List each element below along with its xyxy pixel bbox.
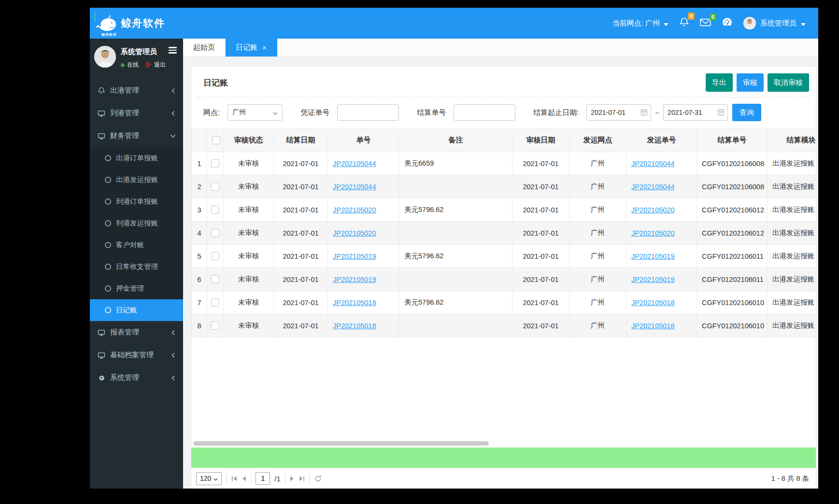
row-checkbox[interactable] — [211, 182, 219, 191]
cell-ship_no: JP202105018 — [626, 314, 697, 337]
select-all-checkbox[interactable] — [212, 136, 220, 144]
last-page-button[interactable] — [299, 476, 305, 482]
sidebar-toggle-button[interactable] — [169, 45, 177, 55]
row-checkbox[interactable] — [211, 206, 219, 214]
cancel-audit-button[interactable]: 取消审核 — [768, 73, 809, 92]
doc_no-link[interactable]: JP202105044 — [333, 160, 376, 168]
ship_no-link[interactable]: JP202105018 — [631, 322, 675, 330]
dashboard-button[interactable] — [722, 17, 733, 30]
table-row: 3未审核2021-07-01JP202105020美元5796.622021-0… — [192, 198, 816, 222]
cell-audit_date: 2021-07-01 — [512, 268, 569, 291]
sidebar-subitem-journal[interactable]: 日记账 — [90, 299, 183, 321]
notifications-button[interactable]: 0 — [679, 17, 689, 29]
cell-module: 出港发运报账 — [768, 245, 816, 268]
sidebar-avatar — [94, 46, 116, 68]
cell-settle_date: 2021-07-01 — [274, 152, 328, 175]
doc_no-link[interactable]: JP202105044 — [333, 183, 376, 191]
sidebar-item-report-management[interactable]: 报表管理 — [90, 321, 183, 344]
horizontal-scrollbar[interactable] — [192, 441, 814, 446]
prev-page-button[interactable] — [242, 476, 246, 482]
sidebar-subitem-outbound-shipping-billing[interactable]: 出港发运报账 — [90, 169, 183, 191]
messages-button[interactable]: 0 — [700, 18, 711, 29]
first-page-button[interactable] — [231, 476, 238, 482]
current-site-switcher[interactable]: 当前网点: 广州 — [612, 19, 668, 28]
ship_no-link[interactable]: JP202105019 — [631, 276, 675, 283]
sidebar-subitem-deposit-management[interactable]: 押金管理 — [90, 278, 183, 299]
doc_no-link[interactable]: JP202105020 — [333, 229, 376, 237]
settle-input[interactable] — [454, 104, 515, 121]
table-row: 4未审核2021-07-01JP2021050202021-07-01广州JP2… — [192, 222, 816, 245]
ship_no-link[interactable]: JP202105019 — [631, 252, 675, 260]
doc_no-link[interactable]: JP202105018 — [333, 322, 376, 330]
sidebar-subitem-customer-reconciliation[interactable]: 客户对账 — [90, 234, 183, 256]
cell-module: 出港发运报账 — [768, 175, 816, 198]
sidebar-subitem-outbound-order-billing[interactable]: 出港订单报账 — [90, 147, 183, 169]
cell-chk — [207, 175, 224, 198]
cell-status: 未审核 — [224, 152, 274, 175]
cell-settle_no: CGFY01202106008 — [697, 175, 768, 198]
doc_no-link[interactable]: JP202105020 — [333, 206, 376, 214]
sidebar-subitem-inbound-order-billing[interactable]: 到港订单报账 — [90, 191, 183, 212]
sidebar-item-outbound-management[interactable]: 出港管理 — [90, 79, 183, 102]
calendar-icon[interactable] — [640, 109, 648, 116]
close-icon[interactable]: × — [262, 44, 267, 51]
calendar-icon[interactable] — [717, 109, 725, 116]
sidebar-item-finance-management[interactable]: 财务管理 — [90, 125, 183, 147]
ship_no-link[interactable]: JP202105020 — [631, 206, 675, 214]
scrollbar-thumb[interactable] — [193, 441, 489, 446]
row-checkbox[interactable] — [211, 159, 219, 168]
cell-audit_date: 2021-07-01 — [512, 314, 569, 337]
doc_no-link[interactable]: JP202105019 — [333, 276, 376, 283]
record-range-label: 1 - 8 共 8 条 — [771, 474, 809, 483]
sidebar-item-base-archive-management[interactable]: 基础档案管理 — [90, 344, 183, 366]
cell-settle_no: CGFY01202106012 — [697, 222, 768, 245]
page-number-input[interactable] — [256, 472, 270, 485]
query-button[interactable]: 查询 — [732, 104, 761, 121]
export-button[interactable]: 导出 — [706, 73, 733, 92]
logout-link[interactable]: 退出 — [145, 61, 166, 69]
doc_no-link[interactable]: JP202105019 — [333, 252, 376, 260]
ship_no-link[interactable]: JP202105044 — [631, 183, 675, 191]
cell-ship_site: 广州 — [569, 314, 626, 337]
cell-ship_no: JP202105044 — [626, 175, 697, 198]
table-row: 7未审核2021-07-01JP202105018美元5796.622021-0… — [192, 291, 816, 314]
page-size-select[interactable]: 120 — [196, 472, 222, 485]
tab-home[interactable]: 起始页 — [183, 39, 226, 56]
cell-remark — [399, 222, 512, 245]
empty-space — [191, 337, 816, 441]
ship_no-link[interactable]: JP202105018 — [631, 299, 675, 307]
cell-settle_no: CGFY01202106011 — [697, 245, 768, 268]
tab-journal[interactable]: 日记账 × — [226, 39, 277, 56]
sidebar-item-inbound-management[interactable]: 到港管理 — [90, 102, 183, 125]
row-checkbox[interactable] — [211, 275, 219, 283]
cell-ship_site: 广州 — [569, 152, 626, 175]
site-filter-label: 网点: — [203, 108, 220, 117]
cell-settle_date: 2021-07-01 — [274, 198, 328, 222]
row-checkbox[interactable] — [211, 322, 219, 330]
ship_no-link[interactable]: JP202105020 — [631, 229, 675, 237]
cell-remark — [399, 268, 512, 291]
content-panel: 日记账 导出 审核 取消审核 网点: 广州 — [191, 66, 816, 489]
table-row: 2未审核2021-07-01JP2021050442021-07-01广州JP2… — [192, 175, 816, 198]
audit-button[interactable]: 审核 — [737, 73, 764, 92]
sidebar-subitem-daily-income-expense[interactable]: 日常收支管理 — [90, 256, 183, 278]
sidebar-user-name: 系统管理员 — [121, 47, 166, 56]
row-checkbox[interactable] — [211, 252, 219, 260]
voucher-input[interactable] — [337, 104, 399, 121]
refresh-button[interactable] — [314, 475, 322, 482]
sidebar-subitem-inbound-shipping-billing[interactable]: 到港发运报账 — [90, 212, 183, 234]
row-checkbox[interactable] — [211, 298, 219, 307]
ship_no-link[interactable]: JP202105044 — [631, 160, 675, 168]
cell-ship_no: JP202105019 — [626, 245, 697, 268]
doc_no-link[interactable]: JP202105018 — [333, 299, 376, 307]
circle-icon — [105, 307, 111, 313]
sidebar-item-system-management[interactable]: 系统管理 — [90, 366, 183, 389]
date-to-field — [663, 104, 728, 121]
row-checkbox[interactable] — [211, 229, 219, 237]
cell-ship_no: JP202105019 — [626, 268, 697, 291]
cell-status: 未审核 — [224, 175, 274, 198]
user-menu[interactable]: 系统管理员 — [743, 17, 806, 29]
site-select[interactable]: 广州 — [228, 104, 283, 121]
cell-status: 未审核 — [224, 291, 274, 314]
next-page-button[interactable] — [290, 476, 294, 482]
